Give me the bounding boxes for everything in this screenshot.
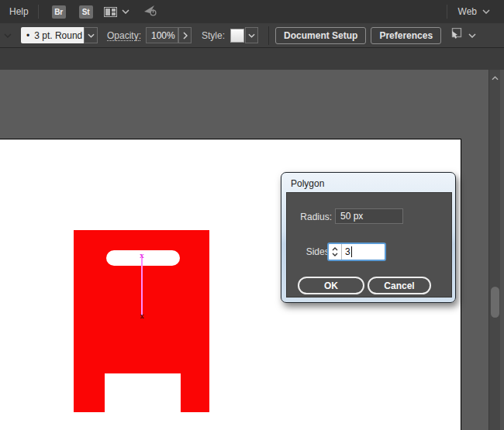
chevron-down-icon	[248, 33, 255, 38]
polygon-dialog: Polygon Radius: 50 px Sides:	[281, 172, 456, 303]
menu-help[interactable]: Help	[6, 6, 32, 17]
sides-control: 3	[327, 243, 386, 261]
control-bar: • 3 pt. Round Opacity: 100% Style:	[0, 23, 504, 48]
sides-spinner	[329, 244, 342, 260]
chevron-down-icon	[482, 9, 490, 14]
workspace-switcher[interactable]: Web	[458, 6, 490, 17]
graphic-styles-panel-button[interactable]: St	[79, 5, 93, 19]
chevron-right-icon	[183, 32, 188, 40]
illustrator-window: Help Br St	[0, 0, 504, 430]
scrollbar-gutter	[500, 70, 504, 430]
opacity-field[interactable]: 100%	[146, 27, 178, 43]
sides-label: Sides:	[295, 246, 332, 257]
brush-bullet: •	[26, 30, 29, 41]
anchor-marker-bottom: x	[140, 313, 143, 320]
brush-definition-field[interactable]: • 3 pt. Round	[21, 27, 84, 43]
style-label: Style:	[202, 30, 225, 41]
ok-button[interactable]: OK	[298, 277, 364, 294]
brushes-panel-button[interactable]: Br	[52, 5, 66, 19]
chevron-down-icon	[468, 33, 476, 38]
red-shape-bottom-notch	[105, 373, 181, 412]
opacity-expand-button[interactable]	[178, 27, 192, 43]
workspace-label: Web	[458, 6, 477, 17]
gpu-performance-button[interactable]	[143, 5, 157, 19]
opacity-control: 100%	[146, 27, 192, 43]
divider	[268, 26, 269, 45]
radius-value: 50 px	[340, 211, 363, 222]
divider	[447, 5, 447, 19]
chevron-up-icon	[492, 76, 499, 81]
dialog-title-bar[interactable]: Polygon	[291, 176, 324, 191]
style-dropdown[interactable]	[230, 27, 258, 43]
smart-guide-line	[141, 258, 143, 315]
pasteboard-top-strip	[0, 48, 504, 70]
radius-field[interactable]: 50 px	[335, 208, 403, 224]
chevron-down-icon[interactable]	[4, 33, 12, 38]
brush-definition-dropdown[interactable]: • 3 pt. Round	[21, 27, 98, 43]
menu-bar: Help Br St	[0, 0, 504, 23]
divider	[38, 5, 39, 19]
dialog-title: Polygon	[291, 178, 324, 189]
canvas-area: x x Polygon Radius: 50 px Sides:	[0, 48, 504, 430]
cancel-button[interactable]: Cancel	[368, 277, 431, 294]
radius-label: Radius:	[295, 212, 332, 222]
scrollbar-up-button[interactable]	[490, 74, 500, 83]
arrange-documents-button[interactable]	[104, 7, 129, 17]
opacity-label[interactable]: Opacity:	[107, 30, 141, 41]
style-swatch[interactable]	[230, 29, 244, 43]
select-similar-icon	[450, 28, 464, 43]
chevron-down-icon	[122, 9, 129, 14]
scrollbar-thumb[interactable]	[491, 287, 499, 318]
gpu-performance-icon	[143, 5, 157, 19]
dialog-body: Radius: 50 px Sides: 3	[286, 192, 452, 298]
sides-input[interactable]: 3	[342, 244, 385, 260]
spinner-up-button[interactable]	[332, 247, 338, 251]
chevron-down-icon	[88, 33, 95, 38]
brush-definition-value: 3 pt. Round	[34, 30, 82, 41]
anchor-marker-top: x	[140, 253, 143, 260]
preferences-button[interactable]: Preferences	[371, 27, 441, 44]
document-setup-button[interactable]: Document Setup	[275, 27, 366, 44]
brush-dropdown-button[interactable]	[84, 27, 98, 43]
vertical-scrollbar[interactable]	[488, 70, 500, 430]
sides-value: 3	[345, 246, 350, 257]
select-similar-options[interactable]	[450, 28, 476, 43]
text-caret	[351, 246, 352, 257]
spinner-down-button[interactable]	[332, 253, 338, 256]
panels-icon	[104, 7, 117, 17]
style-dropdown-button[interactable]	[245, 27, 258, 43]
